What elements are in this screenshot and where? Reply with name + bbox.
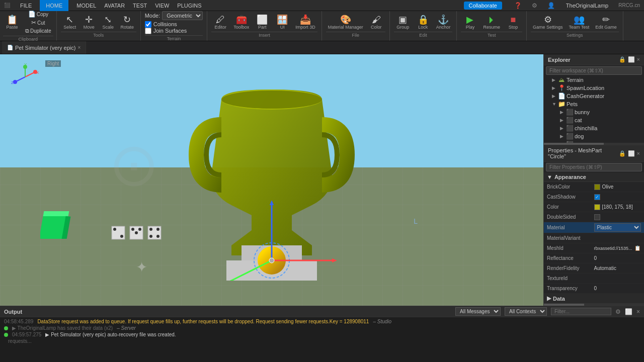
copy-button[interactable]: 📄 Copy — [23, 10, 53, 18]
insert-label: Insert — [211, 32, 317, 38]
tree-item-chinchilla[interactable]: ▶ ⬛ chinchilla — [544, 124, 644, 132]
tree-item-bunny[interactable]: ▶ ⬛ bunny — [544, 108, 644, 116]
tree-item-cat[interactable]: ▶ ⬛ cat — [544, 116, 644, 124]
explorer-close-btn[interactable]: × — [637, 56, 640, 63]
props-header: Properties - MeshPart "Circle" 🔒 ⬜ × — [544, 145, 644, 162]
import3d-button[interactable]: 📥 Import 3D — [293, 14, 317, 31]
output-expand-btn[interactable]: ⬜ — [625, 308, 632, 315]
paste-button[interactable]: 📋 Paste — [3, 14, 21, 31]
tree-item-dog[interactable]: ▶ ⬛ dog — [544, 132, 644, 140]
anchor-button[interactable]: ⚓ Anchor — [434, 14, 453, 31]
edit-label: Edit — [394, 32, 453, 38]
menu-file[interactable]: FILE — [20, 3, 32, 9]
explorer-filter-area — [544, 65, 644, 76]
right-panel: Explorer 🔒 ⬜ × ▶ ⛰ Terrain ▶ — [543, 54, 644, 306]
props-expand-btn[interactable]: ⬜ — [628, 150, 635, 157]
output-settings-btn[interactable]: ⚙ — [615, 308, 621, 315]
test-label: Test — [461, 32, 522, 38]
edit-game-button[interactable]: ✏ Edit Game — [593, 14, 619, 31]
svg-point-10 — [221, 90, 322, 109]
doublesided-checkbox[interactable] — [594, 214, 600, 220]
toolbox-button[interactable]: 🧰 Toolbox — [231, 14, 251, 31]
props-close-btn[interactable]: × — [637, 150, 640, 157]
tree-arrow: ▶ — [560, 134, 566, 139]
menu-plugins[interactable]: PLUGINS — [177, 3, 201, 9]
svg-point-36 — [156, 228, 159, 231]
group-button[interactable]: ▣ Group — [394, 14, 412, 31]
menu-model[interactable]: MODEL — [76, 3, 96, 9]
output-log: 04:58:45.289 DataStore request was added… — [0, 317, 644, 346]
svg-text:Z: Z — [11, 80, 14, 85]
svg-text:Y: Y — [24, 62, 27, 67]
menu-home[interactable]: HOME — [40, 0, 68, 11]
tree-arrow: ▶ — [560, 118, 566, 123]
terrain-icon: ⛰ — [558, 76, 565, 83]
menu-test[interactable]: TEST — [133, 3, 147, 9]
lock-button[interactable]: 🔒 Lock — [414, 14, 432, 31]
rotate-button[interactable]: ↻ Rotate — [118, 14, 136, 31]
tab-pet-simulator[interactable]: 📄 Pet Simulator (very epic) × — [2, 41, 86, 54]
castshadow-checkbox[interactable]: ✓ — [594, 194, 600, 200]
props-lock-btn[interactable]: 🔒 — [619, 150, 626, 157]
explorer-filter[interactable] — [546, 66, 642, 75]
explorer-lock-btn[interactable]: 🔒 — [619, 56, 626, 63]
prop-textureid: TextureId — [544, 274, 644, 284]
explorer-scrollbar[interactable] — [544, 143, 644, 145]
explorer-expand-btn[interactable]: ⬜ — [628, 56, 635, 63]
props-filter-area — [544, 162, 644, 172]
select-button[interactable]: ↖ Select — [61, 14, 79, 31]
mode-label: Mode: — [145, 13, 160, 19]
collisions-checkbox[interactable] — [145, 21, 151, 28]
spawn-icon: 📍 — [558, 84, 565, 92]
color-button[interactable]: 🖌 Color — [367, 14, 385, 31]
material-dropdown[interactable]: Plastic Metal Wood — [594, 223, 641, 232]
meshid-copy[interactable]: 📋 — [634, 245, 640, 251]
collaborate-button[interactable]: Collaborate — [464, 2, 502, 10]
duplicate-button[interactable]: ⧉ Duplicate — [23, 27, 53, 35]
team-test-button[interactable]: 👥 Team Test — [567, 14, 591, 31]
tree-item-terrain[interactable]: ▶ ⛰ Terrain — [544, 76, 644, 84]
folder-icon: 📁 — [558, 101, 565, 108]
ui-button[interactable]: 🪟 UI — [273, 14, 291, 31]
move-button[interactable]: ✛ Move — [80, 14, 98, 31]
tools-label: Tools — [61, 32, 136, 38]
prop-meshid: MeshId rbxassetid://1535... 📋 — [544, 243, 644, 253]
viewport[interactable]: X Y Z Right — [0, 54, 543, 306]
play-button[interactable]: ▶ Play — [461, 14, 479, 31]
cut-button[interactable]: ✂ Cut — [23, 19, 53, 27]
part-icon: ⬛ — [566, 117, 573, 124]
test-group: ▶ Play ⏵ Resume ■ Stop Test — [457, 11, 527, 41]
mode-select[interactable]: Geometric Physical — [162, 11, 203, 20]
output-filter[interactable] — [551, 308, 611, 315]
prop-material: Material Plastic Metal Wood — [544, 222, 644, 233]
resume-button[interactable]: ⏵ Resume — [481, 14, 502, 31]
tab-close[interactable]: × — [77, 45, 80, 50]
props-scrollbar[interactable] — [544, 304, 644, 306]
game-settings-button[interactable]: ⚙ Game Settings — [531, 14, 565, 31]
appearance-section[interactable]: ▼ Appearance BrickColor Olive CastShadow… — [544, 172, 644, 294]
menu-avatar[interactable]: AVATAR — [104, 3, 125, 9]
prop-renderfidelity: RenderFidelity Automatic — [544, 263, 644, 274]
svg-point-21 — [269, 258, 274, 263]
output-close-btn[interactable]: × — [636, 308, 640, 315]
output-panel: Output All Messages All Contexts ⚙ ⬜ × 0… — [0, 306, 644, 346]
props-filter[interactable] — [546, 163, 642, 171]
brickcolor-swatch[interactable] — [594, 184, 600, 190]
part-button[interactable]: ⬜ Part — [253, 14, 271, 31]
output-controls: All Messages All Contexts ⚙ ⬜ × — [455, 307, 640, 316]
all-contexts-select[interactable]: All Contexts — [505, 307, 547, 316]
join-surfaces-checkbox[interactable] — [145, 28, 151, 34]
material-manager-button[interactable]: 🎨 Material Manager — [326, 14, 365, 31]
data-section[interactable]: ▶ Data — [544, 294, 644, 304]
scale-button[interactable]: ⤡ Scale — [99, 14, 117, 31]
tree-item-pets[interactable]: ▼ 📁 Pets — [544, 100, 644, 108]
stop-button[interactable]: ■ Stop — [504, 14, 522, 31]
svg-point-26 — [113, 228, 116, 231]
part-icon: ⬛ — [566, 133, 573, 140]
tree-item-cashgenerator[interactable]: ▶ 📄 CashGenerator — [544, 92, 644, 100]
all-messages-select[interactable]: All Messages — [455, 307, 501, 316]
color-swatch[interactable] — [594, 204, 600, 210]
menu-view[interactable]: VIEW — [155, 3, 169, 9]
editor-button[interactable]: 🖊 Editor — [211, 14, 229, 31]
tree-item-spawnlocation[interactable]: ▶ 📍 SpawnLocation — [544, 84, 644, 92]
